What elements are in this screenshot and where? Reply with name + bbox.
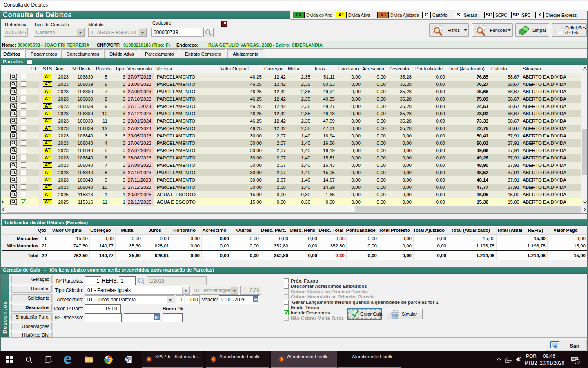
svg-text:W: W — [125, 357, 129, 361]
svg-text:1: 1 — [576, 360, 578, 364]
